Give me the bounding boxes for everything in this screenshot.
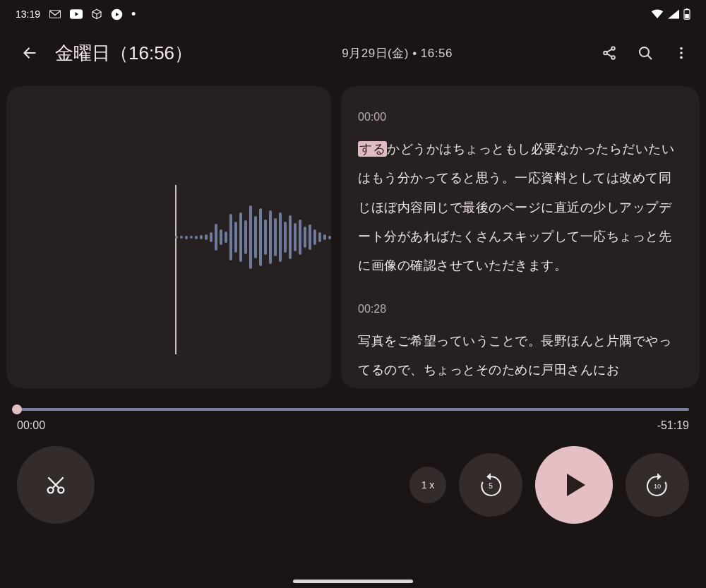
waveform-bar: [244, 220, 247, 254]
svg-point-11: [680, 56, 683, 59]
waveform-bar: [200, 235, 203, 239]
youtube-icon: [70, 9, 83, 19]
app-bar: 金曜日（16:56） 9月29日(金) • 16:56: [0, 28, 706, 78]
waveform-bar: [259, 208, 262, 266]
waveform-bar: [318, 232, 321, 242]
transcript-timestamp: 00:00: [358, 104, 683, 131]
transcript-block[interactable]: 写真をご希望っていうことで。長野ほんと片隅でやってるので、ちょっとそのために戸田…: [358, 327, 683, 385]
svg-point-9: [680, 47, 683, 50]
trim-button[interactable]: [17, 446, 95, 524]
status-time: 13:19: [16, 8, 40, 20]
waveform-bar: [313, 229, 316, 245]
forward-seconds-label: 10: [654, 483, 661, 490]
waveform-bar: [239, 212, 242, 262]
recording-title: 金曜日（16:56）: [55, 41, 193, 66]
waveform-bar: [220, 229, 222, 245]
waveform-bar: [195, 236, 198, 239]
svg-point-8: [640, 47, 649, 56]
elapsed-time: 00:00: [17, 419, 45, 432]
waveform-bar: [328, 236, 331, 239]
gesture-bar[interactable]: [293, 580, 413, 583]
waveform: [175, 205, 331, 269]
waveform-bar: [225, 232, 227, 243]
waveform-bar: [289, 215, 292, 259]
waveform-bar: [249, 205, 252, 269]
waveform-bar: [175, 236, 178, 239]
gmail-icon: [49, 9, 61, 19]
waveform-bar: [234, 222, 237, 253]
transcript-text: 写真をご希望っていうことで。長野ほんと片隅でやってるので、ちょっとそのために戸田…: [358, 334, 671, 377]
waveform-bar: [264, 220, 267, 255]
transcript-timestamp: 00:28: [358, 296, 683, 323]
play-button[interactable]: [535, 446, 613, 524]
share-button[interactable]: [602, 45, 617, 61]
waveform-bar: [294, 223, 297, 251]
svg-point-12: [48, 487, 54, 493]
rewind-seconds-label: 5: [489, 482, 493, 490]
package-icon: [91, 8, 102, 20]
speed-label: 1 x: [421, 479, 435, 491]
signal-icon: [668, 9, 679, 19]
waveform-panel[interactable]: [6, 86, 331, 388]
waveform-bar: [229, 214, 232, 260]
waveform-bar: [304, 227, 306, 248]
play-icon: [567, 474, 585, 496]
transcript-text: かどうかはちょっともし必要なかったらだいたいはもう分かってると思う。一応資料とし…: [358, 142, 674, 273]
dot-icon: •: [131, 8, 136, 20]
content-panels: 00:00 するかどうかはちょっともし必要なかったらだいたいはもう分かってると思…: [0, 78, 706, 388]
waveform-bar: [254, 216, 257, 258]
playback-speed-button[interactable]: 1 x: [409, 467, 446, 503]
waveform-bar: [205, 234, 208, 240]
transcript-block[interactable]: するかどうかはちょっともし必要なかったらだいたいはもう分かってると思う。一応資料…: [358, 135, 683, 281]
play-circle-icon: [111, 8, 123, 20]
waveform-bar: [274, 218, 277, 256]
waveform-bar: [323, 234, 326, 240]
svg-point-10: [680, 52, 683, 54]
svg-rect-3: [686, 8, 688, 10]
status-right: [651, 8, 690, 20]
forward-10-button[interactable]: 10: [626, 453, 689, 517]
playback-area: 00:00 -51:19: [0, 388, 706, 432]
waveform-bar: [279, 212, 282, 262]
seek-thumb[interactable]: [12, 404, 22, 414]
search-button[interactable]: [637, 44, 654, 61]
playback-controls: 1 x 5 10: [0, 432, 706, 524]
waveform-bar: [309, 224, 311, 250]
waveform-bar: [299, 220, 301, 255]
transcript-highlight: する: [358, 141, 387, 157]
waveform-bar: [215, 224, 217, 251]
rewind-5-button[interactable]: 5: [459, 453, 522, 517]
status-bar: 13:19 •: [0, 0, 706, 28]
more-button[interactable]: [674, 45, 689, 61]
waveform-bar: [180, 236, 183, 239]
waveform-bar: [190, 236, 193, 239]
back-button[interactable]: [13, 44, 47, 62]
waveform-bar: [284, 222, 287, 253]
wifi-icon: [651, 9, 664, 19]
app-bar-actions: [602, 44, 689, 61]
battery-icon: [683, 8, 690, 20]
remaining-time: -51:19: [657, 419, 689, 432]
svg-point-13: [58, 487, 64, 493]
seek-bar[interactable]: [17, 408, 689, 411]
transcript-panel[interactable]: 00:00 するかどうかはちょっともし必要なかったらだいたいはもう分かってると思…: [341, 86, 700, 388]
svg-rect-4: [685, 14, 689, 18]
waveform-bar: [185, 236, 188, 239]
recording-subtitle: 9月29日(金) • 16:56: [193, 45, 602, 61]
waveform-bar: [210, 232, 213, 242]
waveform-bar: [269, 210, 272, 264]
status-left: 13:19 •: [16, 8, 136, 20]
